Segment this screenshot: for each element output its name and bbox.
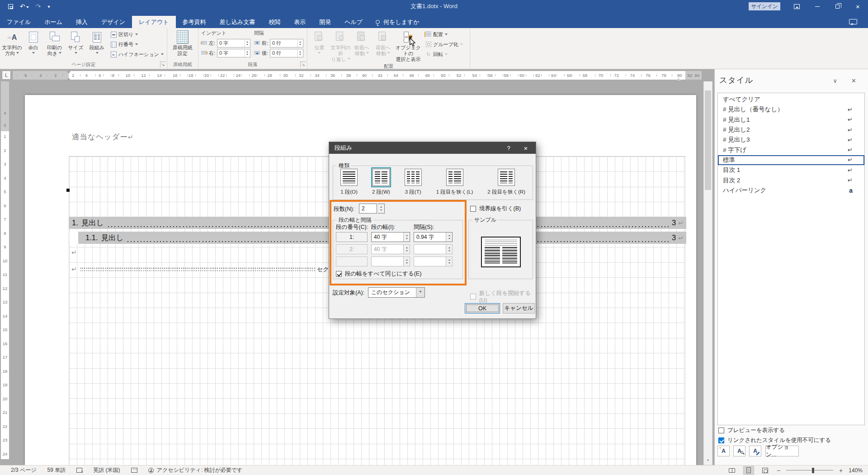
ok-button[interactable]: OK [465,303,500,314]
cancel-button[interactable]: キャンセル [503,303,535,314]
spacing-before-field[interactable]: 0 行 [270,39,303,48]
ribbon-tab[interactable]: 開発 [312,16,338,28]
zoom-slider-thumb[interactable] [812,468,814,473]
number-of-columns-spinner[interactable] [378,204,385,214]
sign-in-button[interactable]: サインイン [749,2,780,10]
preset-one-column[interactable]: 1 段(O) [340,169,358,195]
zoom-level[interactable]: 140% [849,467,863,474]
manage-styles-button[interactable]: A [749,446,761,456]
style-item[interactable]: すべてクリア [718,95,864,104]
paragraph-mark-icon: ↵ [71,249,77,256]
proofing-errors-icon[interactable] [76,468,82,473]
style-item[interactable]: # 見出し2 ↵ [718,125,864,135]
checkbox-checked-icon [718,437,724,443]
accessibility-status[interactable]: アクセシビリティ: 検討が必要です [148,466,243,474]
text-direction-button[interactable]: ↓↓↓A 文字列の 方向 [1,28,23,58]
equal-width-checkbox[interactable]: 段の幅をすべて同じにする(E) [336,270,421,278]
right-indent-marker[interactable] [676,76,681,81]
style-item[interactable]: 目次 1 ↵ [718,165,864,175]
ribbon-tab[interactable]: 差し込み文書 [213,16,262,28]
scroll-down-icon[interactable] [704,456,712,465]
macro-recording-icon[interactable] [131,468,137,473]
outline-marker [66,189,70,192]
pane-chevron-down-icon[interactable]: ∨ [833,77,837,84]
breaks-button[interactable]: 区切り [109,30,165,39]
options-button[interactable]: オプション... [765,446,799,456]
zoom-in-icon[interactable]: + [839,467,843,474]
ribbon-tab[interactable]: ファイル [0,16,38,28]
tell-me-box[interactable]: 何をしますか [376,16,420,28]
preset-two-columns[interactable]: 2 段(W) [372,169,390,195]
minimize-icon[interactable] [807,0,827,13]
style-inspector-button[interactable]: A [733,446,745,456]
print-layout-button[interactable] [743,466,754,475]
number-of-columns-label: 段数(N): [334,206,354,213]
vertical-scrollbar[interactable] [703,71,712,465]
style-item[interactable]: 標準 ↵ [718,155,864,165]
line-between-checkbox[interactable]: 境界線を引く(B) [470,205,521,213]
web-layout-button[interactable] [760,466,771,475]
ribbon-tab[interactable]: 表示 [287,16,312,28]
pane-close-icon[interactable]: ✕ [851,77,856,84]
columns-dialog: 段組み ? × 種類 1 段(O) 2 段(W) 3 段(T) 1 段目を狭く(… [329,142,536,319]
preset-right-narrow[interactable]: 2 段目を狭く(R) [487,169,525,195]
align-button[interactable]: 配置 [424,30,465,39]
style-item[interactable]: # 見出し（番号なし） ↵ [718,104,864,114]
hanging-indent-marker[interactable] [66,76,71,81]
ribbon-tab[interactable]: 挿入 [69,16,94,28]
dialog-help-icon[interactable]: ? [501,142,516,154]
genko-settings-button[interactable]: 原稿用紙 設定 [169,28,197,58]
style-item[interactable]: ハイパーリンク a [718,185,864,195]
word-count[interactable]: 59 単語 [47,466,66,474]
paragraph-dialog-launcher[interactable]: ↘ [300,62,306,67]
tab-stop-selector[interactable]: L [2,71,11,80]
sample-group-label: サンプル [472,217,498,223]
close-icon[interactable]: × [848,0,868,13]
language-indicator[interactable]: 英語 (米国) [93,466,120,474]
col-spacing-1-field[interactable]: 0.94 字 [414,232,453,242]
header-text[interactable]: 適当なヘッダー↵ [72,132,134,142]
sample-preview [481,237,521,267]
orientation-button[interactable]: 印刷の 向き [44,28,65,58]
ribbon-tab[interactable]: ホーム [38,16,69,28]
zoom-out-icon[interactable]: − [777,467,780,474]
ribbon-tab[interactable]: 参考資料 [176,16,213,28]
hyphenation-button[interactable]: ハイフネーション [109,50,165,59]
new-style-button[interactable]: A [717,446,730,456]
combo-dropdown-icon[interactable] [416,288,425,297]
zoom-slider[interactable] [786,470,833,470]
style-item[interactable]: # 見出し1 ↵ [718,115,864,125]
ribbon-display-options-icon[interactable] [787,0,807,13]
spacing-after-field[interactable]: 0 行 [270,49,303,57]
line-numbers-button[interactable]: 行番号 [109,40,165,49]
style-item[interactable]: # 見出し3 ↵ [718,135,864,145]
size-button[interactable]: サイズ [65,28,86,58]
restore-icon[interactable] [827,0,848,13]
indent-left-field[interactable]: 0 字 [217,39,250,48]
style-item[interactable]: # 字下げ ↵ [718,145,864,155]
ribbon-tab[interactable]: デザイン [94,16,132,28]
read-mode-button[interactable] [726,466,737,475]
indent-right-field[interactable]: 0 字 [217,49,250,57]
ribbon-tab[interactable]: 校閲 [262,16,287,28]
number-of-columns-field[interactable]: 2 [359,204,377,214]
spacing-before-icon [254,41,260,45]
mouse-cursor [409,38,416,47]
apply-to-combobox[interactable]: このセクション [368,287,425,298]
margins-button[interactable]: 余白 [23,28,44,58]
ribbon: ↓↓↓A 文字列の 方向 余白 印刷の 向き サイズ 段組み [0,28,868,69]
style-item[interactable]: 目次 2 ↵ [718,175,864,185]
preset-left-narrow[interactable]: 1 段目を狭く(L) [436,169,473,195]
ribbon-tab[interactable]: ヘルプ [338,16,369,28]
ribbon-tab[interactable]: レイアウト [132,16,176,28]
show-preview-checkbox[interactable]: プレビューを表示する [718,427,785,434]
scrollbar-thumb[interactable] [705,90,711,190]
dialog-close-icon[interactable]: × [517,142,535,154]
selection-pane-button[interactable]: オブジェクトの 選択と表示 [394,28,423,62]
page-indicator[interactable]: 2/3 ページ [11,466,37,474]
page-setup-dialog-launcher[interactable]: ↘ [160,62,166,67]
col-width-1-field[interactable]: 40 字 [371,232,410,242]
feedback-comment-icon[interactable] [849,19,857,24]
preset-three-columns[interactable]: 3 段(T) [405,169,422,195]
columns-button[interactable]: 段組み [86,28,108,58]
